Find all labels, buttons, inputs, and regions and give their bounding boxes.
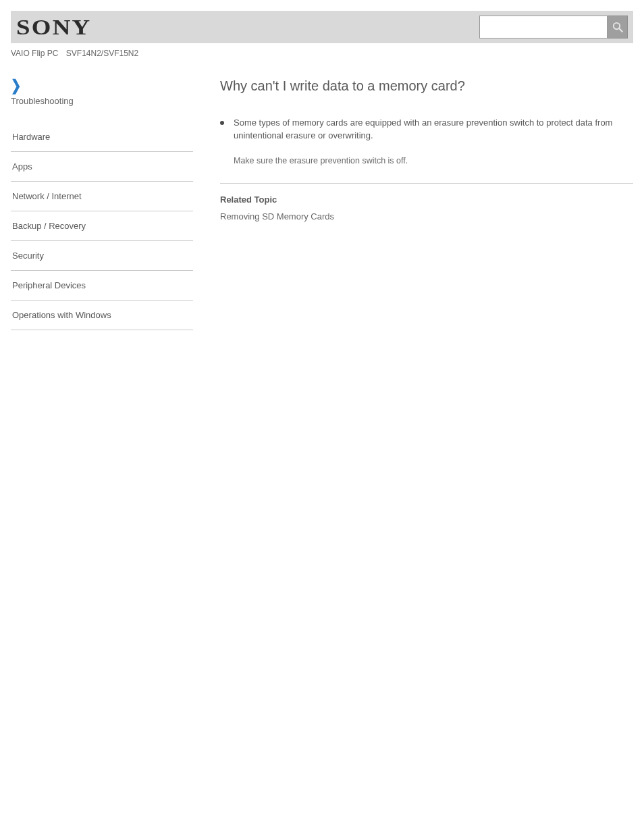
bullet-icon	[220, 121, 224, 125]
bullet-sub-text: Make sure the erasure prevention switch …	[234, 155, 633, 167]
sidebar-item-network-internet[interactable]: Network / Internet	[11, 182, 193, 211]
sidebar-item-backup-recovery[interactable]: Backup / Recovery	[11, 211, 193, 241]
sidebar-item-operations-with-windows[interactable]: Operations with Windows	[11, 301, 193, 330]
sidebar: ❯ Troubleshooting Hardware Apps Network …	[11, 78, 213, 330]
bullet-row: Some types of memory cards are equipped …	[220, 117, 633, 142]
bullet-text: Some types of memory cards are equipped …	[234, 117, 633, 142]
chevron-right-icon: ❯	[11, 77, 21, 95]
brand-logo: SONY	[16, 15, 91, 40]
sidebar-item-apps[interactable]: Apps	[11, 152, 193, 182]
search-wrap	[479, 16, 628, 38]
svg-line-1	[619, 28, 622, 32]
search-icon	[612, 21, 624, 33]
sidebar-item-hardware[interactable]: Hardware	[11, 122, 193, 152]
related-heading: Related Topic	[220, 194, 633, 205]
search-input[interactable]	[479, 16, 608, 38]
related-link[interactable]: Removing SD Memory Cards	[220, 211, 633, 221]
product-row: VAIO Flip PC SVF14N2/SVF15N2	[11, 49, 633, 58]
header-bar: SONY	[11, 11, 633, 43]
product-model: SVF14N2/SVF15N2	[66, 49, 138, 58]
article-title: Why can't I write data to a memory card?	[220, 78, 633, 94]
sidebar-item-security[interactable]: Security	[11, 241, 193, 271]
sidebar-item-peripheral-devices[interactable]: Peripheral Devices	[11, 271, 193, 301]
main-content: Why can't I write data to a memory card?…	[213, 78, 633, 330]
search-button[interactable]	[608, 16, 628, 38]
sidebar-list: Hardware Apps Network / Internet Backup …	[11, 122, 193, 330]
troubleshooting-link[interactable]: Troubleshooting	[11, 96, 193, 106]
product-series: VAIO Flip PC	[11, 49, 58, 58]
divider	[220, 183, 633, 184]
